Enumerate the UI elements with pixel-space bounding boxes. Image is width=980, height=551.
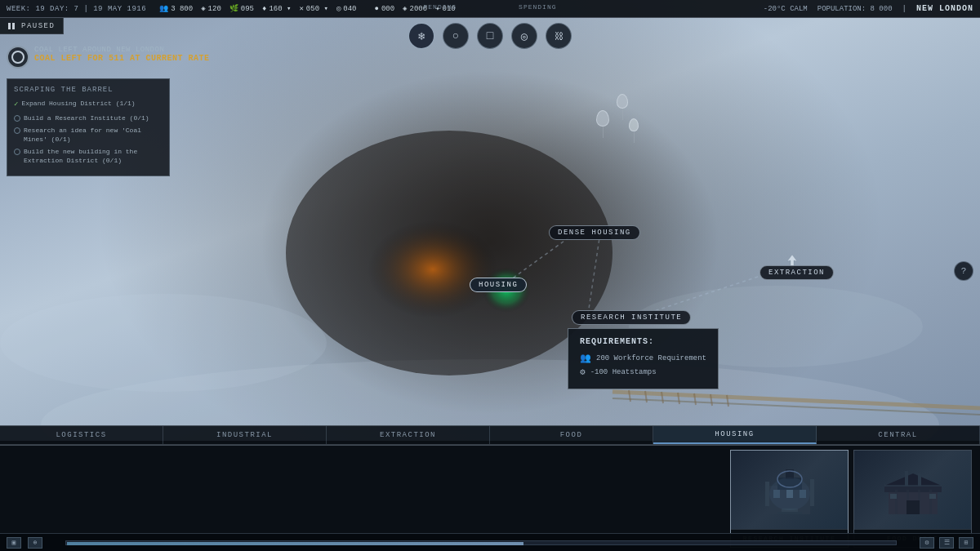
- pending-label: PENDING: [423, 3, 457, 11]
- research-art: [757, 461, 822, 518]
- svg-rect-41: [918, 473, 921, 486]
- resource-material: ✕ 050 ▾: [299, 4, 327, 13]
- svg-rect-38: [929, 490, 932, 514]
- quest-title: SCRAPING THE BARREL: [14, 86, 163, 94]
- unknown-icon: ◈: [201, 4, 205, 13]
- map-btn-circle[interactable]: ○: [443, 23, 469, 49]
- coal-line2: COAL LEFT FOR 511 AT CURRENT RATE: [34, 54, 210, 63]
- speed-controls: PENDING SPENDING: [423, 3, 556, 11]
- pause-bar[interactable]: PAUSED: [0, 18, 64, 34]
- svg-rect-43: [929, 494, 936, 499]
- money-icon: ◈: [403, 4, 407, 13]
- health-icon: ●: [375, 5, 379, 13]
- resource-food: 🌿 095: [229, 4, 254, 13]
- quest-item-4: Build the new building in the Extraction…: [14, 147, 163, 165]
- resource-health: ● 000: [375, 4, 395, 13]
- progress-fill: [67, 542, 523, 545]
- svg-rect-40: [905, 471, 908, 486]
- heatstamps-icon: ⚙: [580, 367, 586, 377]
- quest-circle-4: [14, 149, 20, 155]
- quest-item-3: Research an idea for new 'Coal Mines' (0…: [14, 126, 163, 144]
- tab-central[interactable]: CENTRAL: [817, 426, 980, 444]
- coal-text: COAL LEFT AROUND NEW LONDON COAL LEFT FO…: [34, 46, 210, 63]
- map-btn-square[interactable]: □: [477, 23, 503, 49]
- food-img: [854, 451, 971, 529]
- svg-point-30: [769, 478, 810, 510]
- req-heatstamps: ⚙ -100 Heatstamps: [580, 367, 706, 377]
- game-date: WEEK: 19 DAY: 7 | 19 MAY 1916: [7, 5, 146, 13]
- tab-housing[interactable]: HOUSING: [653, 426, 817, 444]
- svg-rect-28: [765, 482, 769, 506]
- map-btn-chain[interactable]: ⛓: [546, 23, 572, 49]
- bottom-toolbar: ▣ ⊕ ⚙ ☰ ⊞: [0, 533, 980, 551]
- balloon-2: [617, 94, 628, 120]
- toolbar-right: ⚙ ☰ ⊞: [920, 537, 973, 549]
- steam-icon: ♦: [262, 5, 266, 13]
- map-controls[interactable]: ❄ ○ □ ◎ ⛓: [408, 23, 572, 49]
- toolbar-progress: [65, 540, 897, 545]
- material-icon: ✕: [299, 4, 303, 13]
- coal-icon: [7, 46, 29, 69]
- resource-steam: ♦ 160 ▾: [262, 4, 291, 13]
- req-title: REQUIREMENTS:: [580, 337, 706, 346]
- balloon-1: [596, 110, 609, 138]
- balloon-3: [629, 118, 639, 143]
- city-name: NEW LONDON: [916, 4, 973, 13]
- resource-people: 👥 3 800: [159, 4, 193, 13]
- quest-item-2: Build a Research Institute (0/1): [14, 113, 163, 122]
- requirements-tooltip: REQUIREMENTS: 👥 200 Workforce Requiremen…: [568, 328, 719, 389]
- toolbar-btn-2[interactable]: ⊕: [28, 537, 42, 549]
- quest-circle-2: [14, 115, 20, 122]
- svg-rect-27: [777, 512, 802, 514]
- map-btn-snowflake[interactable]: ❄: [408, 23, 434, 49]
- tab-food[interactable]: FOOD: [490, 426, 653, 444]
- district-label-dense-housing[interactable]: DENSE HOUSING: [549, 225, 640, 240]
- svg-marker-33: [884, 473, 942, 486]
- toolbar-menu[interactable]: ☰: [939, 537, 954, 549]
- quest-circle-3: [14, 127, 20, 134]
- weather-display: -20°C CALM: [764, 5, 808, 13]
- tab-industrial[interactable]: INDUSTRIAL: [163, 426, 327, 444]
- toolbar-btn-1[interactable]: ▣: [7, 537, 21, 549]
- quest-check-1: ✓: [14, 100, 18, 110]
- map-btn-compass[interactable]: ◎: [511, 23, 537, 49]
- district-label-research[interactable]: RESEARCH INSTITUTE: [572, 310, 691, 325]
- tab-extraction[interactable]: EXTRACTION: [327, 426, 490, 444]
- help-button[interactable]: ?: [954, 261, 973, 281]
- population-display: POPULATION: 8 000: [817, 5, 893, 13]
- svg-rect-42: [890, 494, 897, 499]
- pause-label: PAUSED: [21, 22, 55, 30]
- svg-rect-29: [810, 479, 814, 506]
- req-workforce: 👥 200 Workforce Requirement: [580, 353, 706, 363]
- people-icon: 👥: [159, 4, 168, 13]
- coal-warning: COAL LEFT AROUND NEW LONDON COAL LEFT FO…: [7, 46, 210, 69]
- food-art: [880, 461, 946, 518]
- workforce-icon: 👥: [580, 353, 591, 363]
- research-img: [731, 451, 848, 529]
- svg-rect-35: [895, 490, 898, 514]
- resource-unknown: ◈ 120: [201, 4, 221, 13]
- coal-line1: COAL LEFT AROUND NEW LONDON: [34, 46, 210, 54]
- svg-rect-39: [906, 500, 920, 514]
- separator: |: [902, 5, 906, 13]
- hud-right: -20°C CALM POPULATION: 8 000 | NEW LONDO…: [764, 4, 973, 13]
- bottom-tabs: LOGISTICS INDUSTRIAL EXTRACTION FOOD HOU…: [0, 425, 980, 445]
- toolbar-settings[interactable]: ⚙: [920, 537, 934, 549]
- tab-logistics[interactable]: LOGISTICS: [0, 426, 163, 444]
- pause-icon: [8, 22, 16, 30]
- food-icon: 🌿: [229, 4, 238, 13]
- quest-item-1: ✓ Expand Housing District (1/1): [14, 99, 163, 110]
- district-label-extraction[interactable]: EXTRACTION: [760, 265, 834, 280]
- toolbar-map[interactable]: ⊞: [959, 537, 973, 549]
- district-label-housing[interactable]: HOUSING: [470, 278, 527, 292]
- resource-item: ◎ 040: [336, 4, 357, 13]
- item-icon: ◎: [336, 4, 341, 13]
- spending-label: SPENDING: [519, 3, 556, 11]
- svg-rect-32: [884, 486, 942, 492]
- quest-panel: SCRAPING THE BARREL ✓ Expand Housing Dis…: [7, 78, 170, 176]
